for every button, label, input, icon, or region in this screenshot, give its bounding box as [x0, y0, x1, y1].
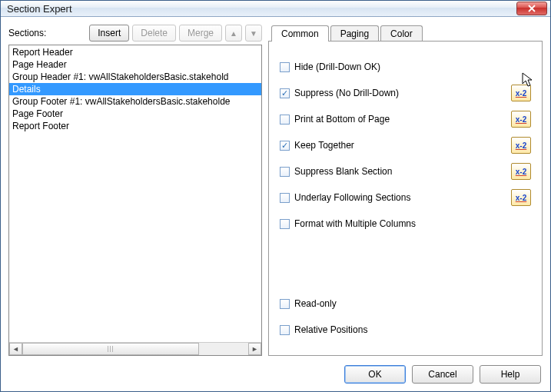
- scroll-thumb[interactable]: [22, 343, 199, 355]
- option-label-suppress: Suppress (No Drill-Down): [294, 88, 511, 98]
- sections-label: Sections:: [8, 28, 86, 38]
- properties-pane: CommonPagingColor Hide (Drill-Down OK)✓S…: [268, 25, 543, 356]
- formula-button-underlay[interactable]: x-2: [511, 189, 531, 206]
- checkbox-bottom[interactable]: [280, 115, 290, 125]
- sections-listbox[interactable]: Report HeaderPage HeaderGroup Header #1:…: [8, 45, 262, 356]
- dialog-footer: OK Cancel Help: [1, 359, 550, 391]
- option-suppress: ✓Suppress (No Drill-Down)x-2: [280, 80, 531, 106]
- section-item-group-footer-1-vwallstakeholdersbasic-stakeholde[interactable]: Group Footer #1: vwAllStakeholdersBasic.…: [9, 95, 261, 108]
- checkbox-readonly[interactable]: [280, 299, 290, 309]
- formula-button-keep[interactable]: x-2: [511, 137, 531, 154]
- move-down-button: ▼: [245, 25, 262, 42]
- checkbox-multicol[interactable]: [280, 219, 290, 229]
- option-keep: ✓Keep Togetherx-2: [280, 132, 531, 158]
- close-button[interactable]: [516, 2, 547, 15]
- section-item-report-header[interactable]: Report Header: [9, 46, 261, 58]
- merge-button: Merge: [179, 25, 222, 42]
- content-area: Sections: Insert Delete Merge ▲ ▼ Report…: [1, 17, 550, 359]
- formula-icon: x-2: [516, 115, 526, 124]
- sections-pane: Sections: Insert Delete Merge ▲ ▼ Report…: [8, 25, 262, 356]
- section-item-group-header-1-vwallstakeholdersbasic-stakehold[interactable]: Group Header #1: vwAllStakeholdersBasic.…: [9, 71, 261, 83]
- window: Section Expert Sections: Insert Delete M…: [0, 0, 551, 392]
- option-label-blank: Suppress Blank Section: [294, 166, 511, 177]
- section-item-report-footer[interactable]: Report Footer: [9, 120, 261, 132]
- tab-common[interactable]: Common: [271, 25, 329, 42]
- option-label-keep: Keep Together: [294, 140, 511, 151]
- tab-panel-common: Hide (Drill-Down OK)✓Suppress (No Drill-…: [268, 41, 543, 356]
- section-item-details[interactable]: Details: [9, 83, 261, 95]
- option-label-relpos: Relative Positions: [294, 324, 531, 335]
- up-arrow-icon: ▲: [230, 29, 237, 38]
- formula-icon: x-2: [516, 168, 526, 176]
- option-label-readonly: Read-only: [294, 298, 531, 309]
- scroll-right-button[interactable]: ►: [248, 343, 261, 355]
- formula-button-blank[interactable]: x-2: [511, 163, 531, 180]
- option-label-bottom: Print at Bottom of Page: [294, 114, 511, 125]
- scroll-left-button[interactable]: ◄: [9, 343, 22, 355]
- tab-color[interactable]: Color: [380, 25, 423, 42]
- option-hide: Hide (Drill-Down OK): [280, 54, 531, 80]
- formula-icon: x-2: [516, 141, 526, 150]
- checkbox-relpos[interactable]: [280, 325, 290, 335]
- checkbox-suppress[interactable]: ✓: [280, 88, 290, 98]
- down-arrow-icon: ▼: [250, 29, 257, 38]
- delete-button: Delete: [132, 25, 176, 42]
- window-title: Section Expert: [7, 3, 516, 15]
- checkbox-hide[interactable]: [280, 62, 290, 72]
- option-relpos: Relative Positions: [280, 317, 531, 343]
- ok-button[interactable]: OK: [344, 365, 406, 384]
- checkbox-blank[interactable]: [280, 167, 290, 177]
- checkbox-keep[interactable]: ✓: [280, 141, 290, 151]
- option-label-multicol: Format with Multiple Columns: [294, 218, 531, 229]
- scroll-track[interactable]: [22, 343, 248, 355]
- formula-icon: x-2: [516, 89, 526, 98]
- move-up-button: ▲: [225, 25, 242, 42]
- help-button[interactable]: Help: [480, 365, 541, 384]
- option-multicol: Format with Multiple Columns: [280, 211, 531, 237]
- option-label-underlay: Underlay Following Sections: [294, 192, 511, 203]
- section-item-page-header[interactable]: Page Header: [9, 58, 261, 71]
- formula-button-suppress[interactable]: x-2: [511, 85, 531, 101]
- titlebar: Section Expert: [1, 1, 550, 17]
- checkbox-underlay[interactable]: [280, 193, 290, 203]
- option-readonly: Read-only: [280, 291, 531, 317]
- horizontal-scrollbar[interactable]: ◄ ►: [9, 342, 261, 355]
- option-label-hide: Hide (Drill-Down OK): [294, 61, 531, 72]
- insert-button[interactable]: Insert: [89, 25, 129, 42]
- tab-paging[interactable]: Paging: [330, 25, 379, 42]
- option-blank: Suppress Blank Sectionx-2: [280, 158, 531, 184]
- section-item-page-footer[interactable]: Page Footer: [9, 108, 261, 120]
- cancel-button[interactable]: Cancel: [412, 365, 473, 384]
- option-bottom: Print at Bottom of Pagex-2: [280, 106, 531, 132]
- sections-toolbar: Sections: Insert Delete Merge ▲ ▼: [8, 25, 262, 42]
- formula-button-bottom[interactable]: x-2: [511, 111, 531, 128]
- close-icon: [528, 5, 536, 12]
- option-underlay: Underlay Following Sectionsx-2: [280, 184, 531, 211]
- tab-strip: CommonPagingColor: [268, 25, 543, 41]
- formula-icon: x-2: [516, 194, 526, 202]
